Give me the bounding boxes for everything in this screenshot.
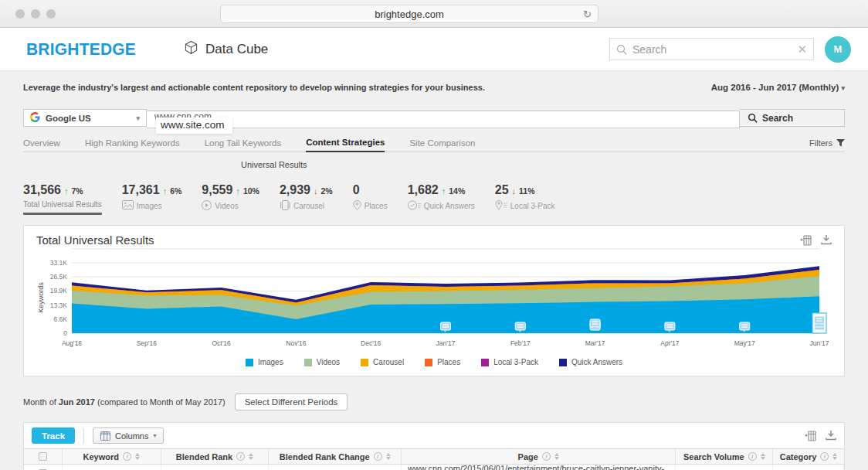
sort-icon[interactable] bbox=[386, 453, 391, 460]
stat-value: 17,361 bbox=[122, 183, 160, 197]
legend-label: Places bbox=[437, 358, 460, 366]
stat-label: Carousel bbox=[293, 202, 324, 210]
table-header-row: KeywordiBlended RankiBlended Rank Change… bbox=[24, 448, 844, 465]
domain-input[interactable] bbox=[147, 111, 740, 128]
stat-label-row: Images bbox=[122, 200, 182, 211]
column-header-page[interactable]: Pagei bbox=[402, 449, 676, 464]
info-icon[interactable]: i bbox=[374, 452, 382, 461]
app-title-label: Data Cube bbox=[205, 42, 268, 57]
legend-item-images[interactable]: Images bbox=[246, 358, 283, 366]
close-window-button[interactable] bbox=[15, 9, 25, 19]
sort-icon[interactable] bbox=[832, 453, 837, 460]
legend-label: Quick Answers bbox=[571, 358, 622, 366]
search-icon bbox=[616, 44, 627, 55]
avatar[interactable]: M bbox=[825, 36, 851, 63]
download-icon[interactable] bbox=[821, 235, 832, 245]
search-engine-select[interactable]: Google US ▾ bbox=[23, 109, 147, 127]
stat-label: Local 3-Pack bbox=[510, 202, 555, 210]
sort-icon[interactable] bbox=[554, 453, 559, 460]
legend-item-quick-answers[interactable]: Quick Answers bbox=[559, 358, 622, 366]
legend-item-carousel[interactable]: Carousel bbox=[361, 358, 404, 366]
add-to-dashboard-icon[interactable] bbox=[805, 431, 816, 441]
columns-button[interactable]: Columns ▾ bbox=[93, 427, 164, 444]
domain-suggestion-overlay[interactable]: www.site.com bbox=[156, 118, 232, 134]
tab-universal-results[interactable]: Universal Results bbox=[241, 160, 307, 169]
add-to-dashboard-icon[interactable] bbox=[800, 235, 812, 246]
info-icon[interactable]: i bbox=[542, 452, 551, 461]
chevron-down-icon: ▾ bbox=[153, 432, 156, 439]
sort-icon[interactable] bbox=[135, 453, 140, 460]
global-search-input[interactable] bbox=[632, 43, 797, 56]
zoom-window-button[interactable] bbox=[46, 9, 56, 19]
column-header-category[interactable]: Categoryi bbox=[773, 449, 844, 464]
legend-swatch bbox=[304, 359, 312, 366]
legend-item-places[interactable]: Places bbox=[425, 358, 460, 366]
info-icon[interactable]: i bbox=[820, 452, 829, 461]
select-all-header[interactable] bbox=[24, 449, 63, 464]
date-range-dropdown[interactable]: Aug 2016 - Jun 2017 (Monthly) ▾ bbox=[711, 83, 845, 92]
global-search-box[interactable]: ✕ bbox=[609, 38, 814, 60]
stat-images[interactable]: 17,361↑6%Images bbox=[122, 183, 182, 211]
select-all-checkbox[interactable] bbox=[39, 452, 47, 461]
address-bar[interactable]: brightedge.com ↻ bbox=[220, 5, 598, 23]
info-icon[interactable]: i bbox=[236, 452, 245, 461]
domain-input-wrap: www.site.com bbox=[147, 109, 740, 127]
filters-button[interactable]: Filters bbox=[809, 138, 845, 152]
arrow-up-icon: ↑ bbox=[442, 186, 446, 196]
clear-search-icon[interactable]: ✕ bbox=[797, 43, 807, 56]
column-header-search-volume[interactable]: Search Volumei bbox=[676, 449, 773, 464]
videos-icon bbox=[202, 200, 212, 212]
stat-label: Quick Answers bbox=[424, 202, 475, 210]
stat-quick-answers[interactable]: 1,682↑14%Quick Answers bbox=[408, 183, 475, 212]
table-row[interactable]: caitlyn jenner182www.cnn.com/2015/06/01/… bbox=[24, 465, 844, 470]
tab-high-ranking-keywords[interactable]: High Ranking Keywords bbox=[85, 138, 180, 152]
legend-swatch bbox=[559, 359, 567, 366]
sort-icon[interactable] bbox=[761, 453, 765, 460]
info-icon[interactable]: i bbox=[123, 452, 131, 461]
minimize-window-button[interactable] bbox=[31, 9, 40, 19]
tab-site-comparison[interactable]: Site Comparison bbox=[409, 138, 475, 152]
chart-panel: Total Universal Results 06.6K13.3K19.9K2… bbox=[23, 225, 845, 376]
track-button[interactable]: Track bbox=[32, 427, 75, 444]
cell-blended-rank: 18 bbox=[161, 465, 270, 470]
stat-value-row: 2,939↓2% bbox=[280, 183, 333, 197]
svg-text:33.1K: 33.1K bbox=[50, 259, 68, 267]
svg-text:Nov'16: Nov'16 bbox=[286, 339, 306, 347]
stat-total-universal-results[interactable]: 31,566↑7%Total Universal Results bbox=[23, 183, 102, 215]
info-icon[interactable]: i bbox=[748, 452, 757, 461]
brightedge-logo: BRIGHTEDGE bbox=[26, 39, 136, 59]
column-header-keyword[interactable]: Keywordi bbox=[63, 449, 161, 464]
filters-label: Filters bbox=[809, 138, 832, 148]
stat-label-row: Videos bbox=[202, 200, 259, 212]
stat-local-3-pack[interactable]: 25↓11%Local 3-Pack bbox=[495, 183, 555, 212]
svg-text:Dec'16: Dec'16 bbox=[361, 339, 381, 347]
svg-text:Oct'16: Oct'16 bbox=[212, 339, 231, 347]
cube-icon bbox=[184, 40, 198, 59]
tab-overview[interactable]: Overview bbox=[23, 138, 60, 152]
stat-label-row: Places bbox=[353, 200, 388, 212]
stat-change: 14% bbox=[449, 186, 465, 196]
legend-item-videos[interactable]: Videos bbox=[304, 358, 340, 366]
stat-label-row: Carousel bbox=[280, 200, 333, 212]
stacked-area-chart[interactable]: 06.6K13.3K19.9K26.5K33.1KKeywordsAug'16S… bbox=[36, 247, 833, 352]
stat-videos[interactable]: 9,559↑10%Videos bbox=[202, 183, 259, 212]
stat-places[interactable]: 0Places bbox=[353, 183, 388, 212]
tab-content-strategies[interactable]: Content Strategies bbox=[306, 138, 385, 152]
window-controls[interactable] bbox=[15, 9, 56, 19]
sort-icon[interactable] bbox=[249, 453, 253, 460]
stat-label: Places bbox=[364, 202, 388, 210]
column-header-blended-rank-change[interactable]: Blended Rank Changei bbox=[269, 449, 402, 464]
download-icon[interactable] bbox=[826, 431, 836, 441]
stat-label-row: Local 3-Pack bbox=[495, 200, 555, 212]
column-header-blended-rank[interactable]: Blended Ranki bbox=[161, 449, 270, 464]
stat-carousel[interactable]: 2,939↓2%Carousel bbox=[280, 183, 333, 212]
svg-text:6.6K: 6.6K bbox=[54, 315, 68, 323]
app-header: BRIGHTEDGE Data Cube ✕ M bbox=[0, 28, 868, 71]
tab-long-tail-keywords[interactable]: Long Tail Keywords bbox=[205, 138, 282, 152]
reload-icon[interactable]: ↻ bbox=[583, 9, 592, 20]
search-button[interactable]: Search bbox=[740, 109, 845, 127]
row-select-cell bbox=[24, 465, 63, 470]
stat-value-row: 1,682↑14% bbox=[408, 183, 475, 197]
select-different-periods-button[interactable]: Select Different Periods bbox=[235, 393, 348, 410]
legend-item-local-3-pack[interactable]: Local 3-Pack bbox=[481, 358, 538, 366]
